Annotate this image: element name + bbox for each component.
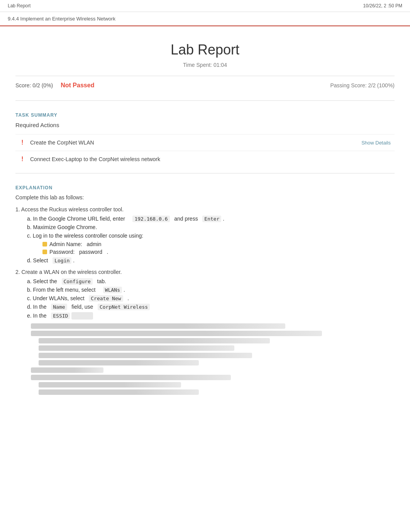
blurred-sub-line-1: [39, 338, 270, 343]
blurred-sub-line-6: [39, 389, 199, 395]
configure-code: Configure: [62, 278, 93, 285]
create-new-code: Create New: [89, 295, 123, 302]
step-1d: d. Select Login .: [27, 257, 395, 263]
main-content: Lab Report Time Spent: 01:04 Score: 0/2 …: [0, 26, 410, 408]
blurred-sub-2: [31, 382, 395, 395]
step-1b: b. Maximize Google Chrome.: [27, 224, 395, 230]
task-item-2: ! Connect Exec-Laptop to the CorpNet wir…: [15, 151, 395, 167]
credential-icon-password: [42, 250, 47, 254]
step-1-substeps: a. In the Google Chrome URL field, enter…: [15, 216, 395, 263]
blurred-sub-1: [31, 338, 395, 365]
step-2a: a. Select the Configure tab.: [27, 278, 395, 284]
step-2b: b. From the left menu, select WLANs .: [27, 287, 395, 293]
blurred-content: [27, 323, 395, 395]
corpnet-wireless-code: CorpNet Wireless: [98, 304, 150, 310]
divider-3: [15, 173, 395, 173]
blurred-line-4: [31, 375, 231, 380]
required-actions-title: Required Actions: [15, 122, 395, 128]
divider-1: [15, 76, 395, 76]
breadcrumb-text: 9.4.4 Implement an Enterprise Wireless N…: [8, 16, 115, 22]
step-2-text: 2. Create a WLAN on the wireless control…: [15, 269, 395, 275]
explanation-label: EXPLANATION: [15, 185, 395, 190]
blurred-line-1: [31, 323, 285, 329]
blurred-sub-line-2: [39, 345, 234, 351]
blurred-sub-line-3: [39, 353, 252, 358]
step-1: 1. Access the Ruckus wireless controller…: [15, 206, 395, 263]
score-left: Score: 0/2 (0%) Not Passed: [15, 82, 94, 89]
score-text: Score: 0/2 (0%): [15, 82, 53, 88]
top-bar-right-label: 10/26/22, 2 :50 PM: [363, 3, 402, 8]
url-code: 192.168.0.6: [132, 216, 169, 222]
blurred-line-2: [31, 331, 322, 336]
step-2c: c. Under WLANs, select Create New .: [27, 295, 395, 301]
task-item-1: ! Create the CorpNet WLAN Show Details: [15, 134, 395, 151]
task-icon-1: !: [19, 139, 25, 146]
not-passed-badge: Not Passed: [61, 82, 94, 89]
task-icon-2: !: [19, 156, 25, 163]
step-2e: e. In the ESSID: [27, 312, 395, 320]
login-code: Login: [53, 257, 71, 264]
explanation-intro: Complete this lab as follows:: [15, 194, 395, 201]
step-2d: d. In the Name field, use CorpNet Wirele…: [27, 304, 395, 310]
show-details-link-1[interactable]: Show Details: [361, 140, 391, 146]
blurred-sub-line-5: [39, 382, 181, 388]
passing-score: Passing Score: 2/2 (100%): [330, 82, 395, 88]
task-text-2: Connect Exec-Laptop to the CorpNet wirel…: [30, 156, 391, 162]
step-2: 2. Create a WLAN on the wireless control…: [15, 269, 395, 395]
blurred-sub-line-4: [39, 360, 199, 365]
step-1a: a. In the Google Chrome URL field, enter…: [27, 216, 395, 222]
enter-code: Enter: [202, 216, 221, 222]
essid-code: ESSID: [51, 313, 70, 319]
top-bar: Lab Report 10/26/22, 2 :50 PM: [0, 0, 410, 12]
credential-password: Password: password .: [42, 249, 395, 255]
task-summary-label: TASK SUMMARY: [15, 112, 395, 118]
divider-2: [15, 100, 395, 101]
score-row: Score: 0/2 (0%) Not Passed Passing Score…: [15, 82, 395, 89]
task-text-1: Create the CorpNet WLAN: [30, 139, 357, 146]
credential-icon-admin: [42, 242, 47, 246]
breadcrumb: 9.4.4 Implement an Enterprise Wireless N…: [0, 12, 410, 26]
blurred-essid-value: [71, 312, 93, 320]
top-bar-left-label: Lab Report: [8, 3, 30, 8]
explanation-section: EXPLANATION Complete this lab as follows…: [15, 185, 395, 395]
name-field-code: Name: [51, 304, 67, 310]
task-list: ! Create the CorpNet WLAN Show Details !…: [15, 134, 395, 167]
wlans-code: WLANs: [103, 287, 122, 293]
credentials: Admin Name: admin Password: password .: [27, 241, 395, 255]
task-summary-section: TASK SUMMARY Required Actions ! Create t…: [15, 112, 395, 167]
time-spent: Time Spent: 01:04: [15, 62, 395, 68]
step-2-substeps: a. Select the Configure tab. b. From the…: [15, 278, 395, 395]
blurred-line-3: [31, 367, 103, 373]
step-1-text: 1. Access the Ruckus wireless controller…: [15, 206, 395, 212]
step-1c: c. Log in to the wireless controller con…: [27, 233, 395, 239]
credential-admin: Admin Name: admin: [42, 241, 395, 247]
report-title: Lab Report: [15, 42, 395, 58]
